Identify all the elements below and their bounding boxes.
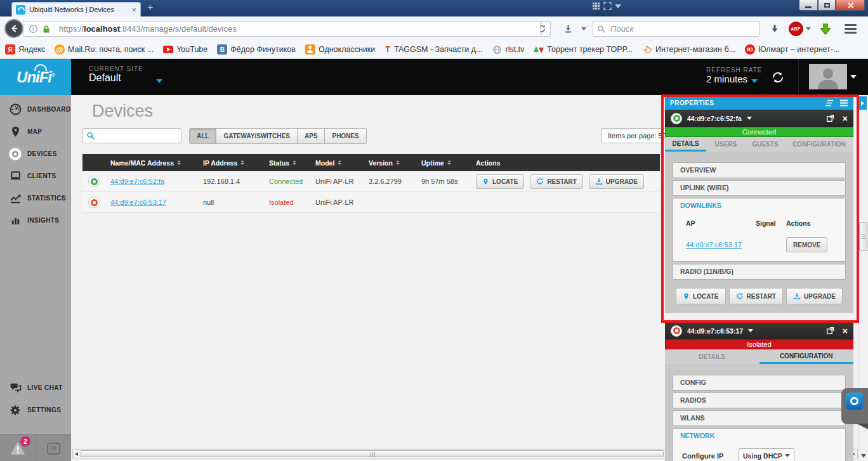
back-button[interactable]: [4, 19, 23, 38]
bookmark-ulmart[interactable]: Ю Юлмарт – интернет-...: [745, 44, 839, 55]
items-per-page[interactable]: Items per page: 50: [602, 128, 673, 143]
info-icon[interactable]: [29, 24, 38, 34]
teamviewer-dock-handle[interactable]: [841, 388, 868, 424]
devices-search-input[interactable]: [98, 131, 199, 141]
tab-configuration[interactable]: CONFIGURATION: [785, 137, 853, 152]
column-header-version[interactable]: Version: [369, 159, 421, 167]
filter-all[interactable]: ALL: [189, 128, 216, 144]
locate-button[interactable]: LOCATE: [676, 288, 726, 304]
section-overview[interactable]: OVERVIEW: [673, 162, 846, 178]
sidebar-item-dashboard[interactable]: DASHBOARD: [0, 98, 71, 120]
column-header-status[interactable]: Status: [269, 159, 315, 167]
adblock-button[interactable]: ABP: [787, 21, 812, 37]
section-config[interactable]: CONFIG: [673, 375, 846, 391]
grid-icon[interactable]: [592, 2, 600, 10]
expand-icon[interactable]: [603, 2, 612, 10]
popout-icon[interactable]: [826, 114, 834, 122]
browser-search-input[interactable]: [609, 23, 759, 34]
restart-button[interactable]: RESTART: [530, 174, 582, 189]
bookmark-torrent[interactable]: Торрент трекер ТОРР...: [534, 44, 633, 55]
scroll-left-icon[interactable]: [75, 452, 78, 456]
configure-ip-select[interactable]: Using DHCP: [739, 448, 794, 461]
section-radio[interactable]: RADIO (11N/B/G): [673, 264, 846, 280]
scrollbar-thumb[interactable]: [859, 222, 867, 251]
alerts-button[interactable]: 2: [0, 435, 36, 461]
filter-phones[interactable]: PHONES: [324, 128, 366, 144]
upgrade-button[interactable]: UPGRADE: [589, 174, 644, 189]
device-mac-link[interactable]: 44:d9:e7:c6:52:fa: [110, 178, 164, 185]
menu-button[interactable]: [840, 21, 860, 37]
lock-icon[interactable]: [42, 25, 51, 34]
popout-icon[interactable]: [826, 327, 834, 335]
sidebar-item-map[interactable]: MAP: [0, 120, 71, 143]
column-header-mac[interactable]: Name/MAC Address: [110, 159, 203, 167]
section-uplink[interactable]: UPLINK (WIRE): [673, 180, 846, 196]
bookmark-vk[interactable]: В Фёдор Финутиков: [217, 44, 296, 55]
downloads-button[interactable]: [561, 21, 589, 37]
bookmark-mailru[interactable]: @ Mail.Ru: почта, поиск ...: [55, 44, 154, 55]
section-radios[interactable]: RADIOS: [673, 393, 846, 408]
tab-users[interactable]: USERS: [706, 137, 746, 152]
section-downlinks-header[interactable]: DOWNLINKS: [673, 198, 845, 214]
upgrade-button[interactable]: UPGRADE: [786, 288, 843, 304]
scrollbar-thumb[interactable]: [81, 450, 664, 457]
bookmark-youtube[interactable]: YouTube: [163, 45, 207, 54]
device-caret-icon[interactable]: [747, 117, 752, 120]
browser-tab[interactable]: Ubiquiti Networks | Devices ×: [11, 2, 141, 16]
site-caret-icon[interactable]: [156, 79, 162, 83]
events-button[interactable]: 31: [36, 435, 71, 461]
close-panel-icon[interactable]: ×: [843, 114, 848, 123]
collapse-all-icon[interactable]: [825, 100, 834, 107]
refresh-rate-caret-icon[interactable]: [751, 79, 758, 83]
savefrom-button[interactable]: [816, 21, 835, 37]
device-caret-icon[interactable]: [748, 329, 753, 332]
sidebar-item-settings[interactable]: SETTINGS: [0, 399, 71, 421]
sidebar-item-statistics[interactable]: STATISTICS: [0, 187, 71, 209]
bookmark-odnoklassniki[interactable]: Одноклассники: [305, 44, 375, 55]
search-bar[interactable]: [593, 21, 760, 37]
download-arrow-button[interactable]: [765, 21, 784, 37]
sidebar-item-insights[interactable]: INSIGHTS: [0, 209, 71, 231]
close-panel-icon[interactable]: ×: [843, 327, 848, 335]
sidebar-item-live-chat[interactable]: LIVE CHAT: [0, 377, 71, 399]
panel-collapse-arrow[interactable]: [858, 96, 867, 110]
tab-configuration[interactable]: CONFIGURATION: [760, 349, 854, 364]
maximize-button[interactable]: [818, 0, 836, 11]
column-header-ip[interactable]: IP Address: [203, 159, 269, 167]
remove-button[interactable]: REMOVE: [786, 237, 827, 252]
tab-close-icon[interactable]: ×: [131, 6, 136, 14]
sidebar-item-devices[interactable]: DEVICES: [0, 143, 71, 165]
device-mac-link[interactable]: 44:d9:e7:c6:53:17: [110, 198, 166, 206]
restart-button[interactable]: RESTART: [729, 288, 783, 304]
devices-search-box[interactable]: [82, 128, 181, 143]
minimize-button[interactable]: [799, 0, 818, 11]
tab-details[interactable]: DETAILS: [665, 137, 706, 152]
section-wlans[interactable]: WLANS: [673, 410, 846, 426]
sidebar-item-clients[interactable]: CLIENTS: [0, 165, 71, 187]
device-header[interactable]: 44:d9:e7:c6:53:17 ×: [665, 322, 853, 339]
scroll-down-icon[interactable]: [861, 454, 866, 458]
bookmark-taggsm[interactable]: T TAGGSM - Запчасти д...: [385, 44, 482, 55]
section-network-header[interactable]: NETWORK: [673, 429, 845, 445]
bookmark-yandex[interactable]: Я Яндекс: [5, 44, 45, 55]
column-header-uptime[interactable]: Uptime: [421, 159, 476, 167]
new-tab-button[interactable]: +: [147, 1, 153, 14]
downlink-ap-link[interactable]: 44:d9:e7:c6:53:17: [686, 241, 786, 249]
bookmark-rlst[interactable]: rlst.tv: [492, 44, 524, 55]
locate-button[interactable]: LOCATE: [476, 174, 524, 189]
avatar-caret-icon[interactable]: [850, 75, 857, 79]
bookmark-shop[interactable]: Интернет-магазин б...: [642, 44, 735, 55]
url-bar[interactable]: https://localhost:8443/manage/s/default/…: [23, 21, 541, 37]
filter-aps[interactable]: APS: [297, 128, 326, 144]
avatar[interactable]: [809, 64, 847, 89]
refresh-icon[interactable]: [770, 70, 786, 85]
tab-details[interactable]: DETAILS: [665, 349, 760, 364]
close-window-button[interactable]: [836, 0, 865, 11]
column-header-model[interactable]: Model: [315, 159, 369, 167]
downloads-caret-icon[interactable]: [581, 27, 586, 30]
adblock-caret-icon[interactable]: [806, 27, 811, 30]
device-header[interactable]: 44:d9:e7:c6:52:fa ×: [665, 110, 853, 127]
chevron-down-icon[interactable]: [615, 4, 621, 8]
filter-gateway-switches[interactable]: GATEWAY/SWITCHES: [216, 128, 297, 144]
current-site-value[interactable]: Default: [89, 72, 143, 84]
